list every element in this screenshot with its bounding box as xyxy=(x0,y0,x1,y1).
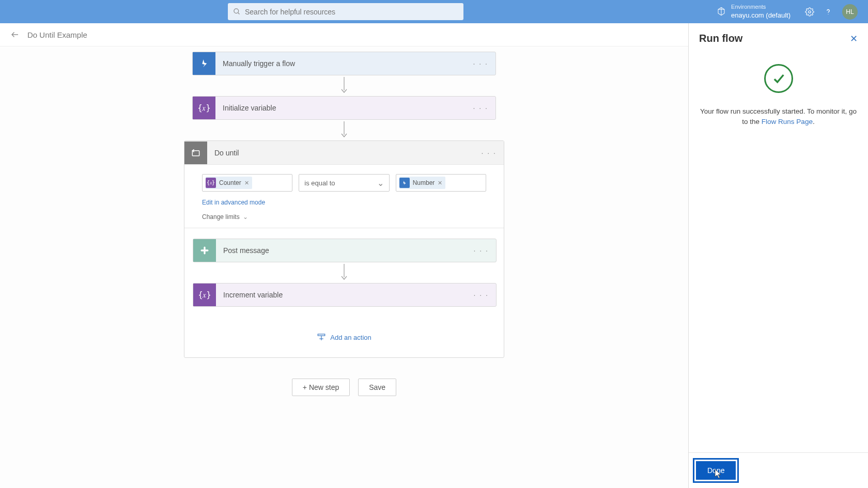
remove-token-icon[interactable]: ✕ xyxy=(244,180,249,186)
step-menu-icon[interactable]: · · · xyxy=(474,246,489,255)
run-flow-panel: Run flow ✕ Your flow run successfully st… xyxy=(688,23,868,488)
condition-row: {𝑥} Counter ✕ is equal to ⌄ Number xyxy=(184,165,504,197)
do-until-header[interactable]: Do until · · · xyxy=(184,141,504,165)
flow-canvas: Manually trigger a flow · · · {𝑥} Initia… xyxy=(0,46,688,488)
edit-advanced-mode-link[interactable]: Edit in advanced mode xyxy=(184,197,504,208)
condition-operator[interactable]: is equal to ⌄ xyxy=(299,174,389,192)
step-increment-variable[interactable]: {𝑥} Increment variable · · · xyxy=(193,283,497,307)
close-icon[interactable]: ✕ xyxy=(850,33,858,44)
change-limits-link[interactable]: Change limits ⌄ xyxy=(184,208,504,228)
chevron-down-icon: ⌄ xyxy=(377,178,384,188)
step-post-message[interactable]: Post message · · · xyxy=(193,239,497,262)
search-box[interactable] xyxy=(228,3,463,20)
step-menu-icon[interactable]: · · · xyxy=(473,59,488,68)
back-arrow-icon[interactable] xyxy=(10,30,20,39)
step-menu-icon[interactable]: · · · xyxy=(473,104,488,112)
step-title: Increment variable xyxy=(223,291,474,299)
flow-runs-page-link[interactable]: Flow Runs Page xyxy=(762,118,813,125)
save-button[interactable]: Save xyxy=(358,379,396,396)
connector-arrow xyxy=(184,75,504,96)
user-avatar[interactable]: HL xyxy=(842,4,858,20)
help-icon[interactable] xyxy=(824,7,833,17)
search-icon xyxy=(233,8,241,15)
connector-arrow xyxy=(193,262,495,283)
svg-point-0 xyxy=(234,9,239,13)
svg-point-4 xyxy=(828,13,828,14)
search-input[interactable] xyxy=(245,8,458,16)
step-initialize-variable[interactable]: {𝑥} Initialize variable · · · xyxy=(192,96,496,120)
panel-message: Your flow run successfully started. To m… xyxy=(699,106,858,128)
panel-body: Your flow run successfully started. To m… xyxy=(689,49,868,452)
environment-icon xyxy=(717,7,726,16)
connector-arrow xyxy=(184,120,504,140)
bottom-buttons: + New step Save xyxy=(184,379,504,396)
step-title: Manually trigger a flow xyxy=(223,59,473,68)
chevron-down-icon: ⌄ xyxy=(243,213,248,221)
loop-icon xyxy=(184,141,207,164)
variable-icon: {𝑥} xyxy=(193,97,215,119)
svg-line-1 xyxy=(238,12,239,14)
condition-right-operand[interactable]: Number ✕ xyxy=(396,174,486,192)
svg-rect-12 xyxy=(318,334,325,336)
trigger-icon xyxy=(193,52,215,75)
top-icons: HL xyxy=(805,4,858,20)
done-button[interactable]: Done xyxy=(696,461,736,480)
remove-token-icon[interactable]: ✕ xyxy=(438,180,442,186)
step-trigger[interactable]: Manually trigger a flow · · · xyxy=(192,52,496,75)
variable-icon: {𝑥} xyxy=(193,284,216,306)
panel-title: Run flow xyxy=(699,33,742,44)
step-menu-icon[interactable]: · · · xyxy=(482,149,497,157)
panel-footer: Done xyxy=(689,452,868,488)
condition-left-operand[interactable]: {𝑥} Counter ✕ xyxy=(202,174,292,192)
new-step-button[interactable]: + New step xyxy=(292,379,350,396)
step-title: Do until xyxy=(214,149,482,157)
trigger-badge-icon xyxy=(399,178,410,188)
add-action-icon xyxy=(317,333,326,342)
add-action-link[interactable]: Add an action xyxy=(193,307,495,342)
environment-text: Environments enayu.com (default) xyxy=(731,3,791,21)
step-menu-icon[interactable]: · · · xyxy=(474,291,489,299)
step-do-until: Do until · · · {𝑥} Counter ✕ is equal to… xyxy=(184,140,504,358)
step-title: Post message xyxy=(223,246,474,255)
flow-title: Do Until Example xyxy=(27,30,87,39)
token-counter: {𝑥} Counter ✕ xyxy=(206,177,252,189)
variable-badge-icon: {𝑥} xyxy=(206,178,216,188)
environment-selector[interactable]: Environments enayu.com (default) xyxy=(717,3,791,21)
operator-text: is equal to xyxy=(304,179,335,187)
do-until-body: Post message · · · {𝑥} Increment variabl… xyxy=(184,228,504,357)
step-title: Initialize variable xyxy=(223,104,473,112)
svg-point-2 xyxy=(809,10,811,13)
svg-rect-10 xyxy=(201,249,209,251)
success-check-icon xyxy=(764,64,793,93)
token-number: Number ✕ xyxy=(399,177,446,189)
top-bar: Environments enayu.com (default) HL xyxy=(0,0,868,23)
panel-header: Run flow ✕ xyxy=(689,23,868,49)
slack-icon xyxy=(193,239,216,262)
settings-icon[interactable] xyxy=(805,7,814,17)
